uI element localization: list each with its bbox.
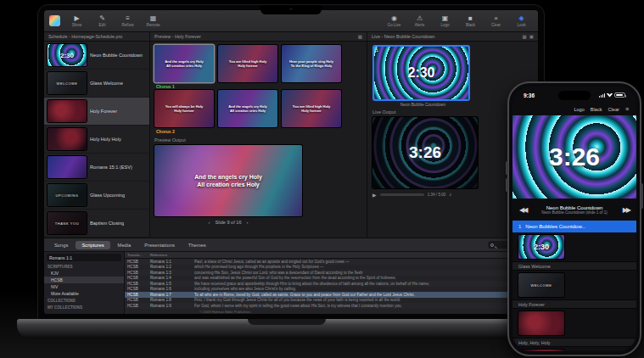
slide-thumbnail: THANK YOU [48,212,87,234]
preview-panel: And the angels cry Holy All creation cri… [150,42,367,238]
look-button[interactable]: ◈ Look [510,14,533,27]
playlist-header-holy-forever[interactable]: Holy Forever [512,299,636,309]
propresenter-window: ▶ Show ✎ Edit ≡ Reflow ▦ [44,10,538,314]
app-icon [49,15,60,26]
schedule-item-romans[interactable]: Romans 15:1 (ESV) [44,154,149,182]
menu-icon[interactable]: ≡ [625,106,629,112]
battery-icon [614,92,625,98]
playlist-header-glass-welcome[interactable]: Glass Welcome [512,261,636,271]
remote-icon: ▦ [150,14,157,23]
schedule-item-glass-welcome[interactable]: WELCOME Glass Welcome [44,70,149,98]
signal-icon [599,93,605,98]
look-icon: ◈ [518,14,524,23]
timeline-scrubber[interactable] [380,193,424,196]
slide-thumbnail-row [512,347,636,351]
now-playing-subtitle: Neon Bubble Countdown (slide 1 of 1) [526,210,622,215]
time-display: 1:34 / 5:00 [428,193,446,197]
next-presentation-button[interactable]: ▶▶ [623,206,630,214]
grid-view-icon[interactable]: ▦ [358,34,362,39]
slide-thumbnail[interactable] [518,311,564,335]
slide-thumbnail [48,128,87,150]
translation-hcsb[interactable]: HCSB [44,277,124,283]
phone-clear-controls: Logo Black Clear ≡ [512,103,636,115]
wifi-icon [607,93,613,98]
scene: ▶ Show ✎ Edit ≡ Reflow ▦ [0,0,644,358]
slide-thumbnail-row: 2:30 [512,232,636,261]
slide-counter: Slide 9 of 16 [215,220,241,225]
black-screen-icon: ■ [468,14,473,23]
lid-notch [248,319,326,325]
black-button[interactable]: Black [591,107,602,112]
remote-button[interactable]: ▦ Remote [142,14,165,27]
next-slide-button[interactable]: › [247,220,249,225]
schedule-item-glass-upcoming[interactable]: UPCOMING Glass Upcoming [44,182,149,210]
library-tabs: Songs Scriptures Media Presentations The… [44,238,538,252]
grid-view-icon[interactable]: ▦ [523,34,527,39]
slide-thumbnail[interactable]: You are lifted high Holy Holy forever [282,90,341,127]
collections-header: COLLECTIONS [44,297,124,304]
logo-button[interactable]: Logo [574,107,584,112]
library-panel: Songs Scriptures Media Presentations The… [44,238,538,314]
playlist-header-holy-holy-holy[interactable]: Holy, Holy, Holy [512,338,636,347]
show-icon: ▶ [74,14,79,23]
schedule-list: 2:30 Neon Bubble Countdown WELCOME Glass… [44,42,150,238]
macbook: ▶ Show ✎ Edit ≡ Reflow ▦ [38,5,544,343]
alerts-button[interactable]: ⚠ Alerts [408,14,431,27]
scripture-search-input[interactable]: Romans 1:1 [47,254,121,261]
slide-row-chorus-1: And the angels cry Holy All creation cri… [154,45,361,82]
play-button[interactable]: ▶ [372,192,377,198]
playlist-item-selected[interactable]: 1 Neon Bubbles Countdow... [512,221,636,232]
verse-table: Transla... Reference HCSB Romans 1:1 Pau… [125,252,538,314]
status-time: 9:36 [524,92,535,98]
schedule-item-neon-countdown[interactable]: 2:30 Neon Bubble Countdown [44,42,149,70]
group-label-chorus-1: Chorus 1 [154,82,361,90]
broadcast-icon: ◉ [391,14,397,23]
tab-media[interactable]: Media [112,241,137,249]
slide-thumbnail[interactable]: And the angels cry Holy All creation cri… [154,45,214,82]
more-translations-link[interactable]: More Available [44,290,124,297]
tab-songs[interactable]: Songs [48,241,74,249]
schedule-item-holy-forever[interactable]: Holy Forever [44,98,149,126]
slide-thumbnail[interactable]: 2:30 [518,235,564,259]
output-panel-icon[interactable]: ▣ [529,34,534,39]
go-live-button[interactable]: ◉ Go Live [383,14,406,27]
schedule-item-holy-holy-holy[interactable]: Holy Holy Holy [44,126,149,154]
alert-icon: ⚠ [417,14,423,23]
slide-thumbnail[interactable]: You are lifted high Holy Holy forever [218,45,277,82]
slide-thumbnail[interactable]: WELCOME [518,273,564,297]
clear-logo-button[interactable]: ▣ Logo [434,14,456,27]
clear-button[interactable]: Clear [608,107,619,112]
clear-all-button[interactable]: × Clear [484,14,507,27]
translation-niv[interactable]: NIV [44,283,124,290]
slide-thumbnail [48,156,87,178]
reflow-button[interactable]: ≡ Reflow [116,14,139,27]
schedule-item-baptism-closing[interactable]: THANK YOU Baptism Closing [44,210,149,238]
show-button[interactable]: ▶ Show [65,14,88,27]
slide-thumbnail[interactable]: And the angels cry Holy All creation cri… [218,90,277,127]
slide-thumbnail: 2:30 [48,44,87,66]
edit-button[interactable]: ✎ Edit [91,14,114,27]
slide-thumbnail[interactable]: Hear your people sing Holy To the King o… [282,45,341,82]
previous-slide-button[interactable]: ‹ [208,220,210,225]
tab-themes[interactable]: Themes [182,241,212,249]
camera-notch [260,5,322,14]
live-slide-caption: Neon Bubble Countdown [372,101,473,107]
slide-thumbnail[interactable]: You will always be Holy Holy forever [154,90,214,127]
tab-presentations[interactable]: Presentations [138,241,180,249]
reflow-icon: ≡ [126,14,130,23]
translation-kjv[interactable]: KJV [44,270,124,277]
toolbar-right-group: ◉ Go Live ⚠ Alerts ▣ Logo ■ [383,14,533,27]
previous-presentation-button[interactable]: ◀◀ [519,206,526,214]
clear-black-button[interactable]: ■ Black [459,14,482,27]
iphone-screen: 9:36 Logo Black Clear ≡ 3:26 ◀◀ Neon Bub [512,87,636,351]
volume-icon[interactable]: ♪ [449,192,451,197]
slide-thumbnail-row: WELCOME [512,271,636,299]
search-icon [490,243,494,247]
slide-thumbnail[interactable] [518,350,564,351]
tab-scriptures[interactable]: Scriptures [76,241,109,249]
live-slide-thumbnail[interactable]: 1 2:30 [372,45,470,101]
volume-up-button [506,161,508,175]
phone-transport: ◀◀ Neon Bubble Countdown Neon Bubble Cou… [512,199,636,221]
camera-icon [290,8,293,10]
phone-countdown-value: 3:26 [549,143,600,171]
